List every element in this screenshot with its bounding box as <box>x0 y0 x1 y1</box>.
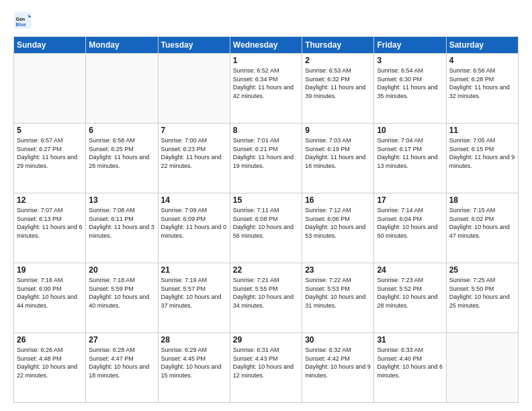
header: Gen Blue <box>13 11 519 30</box>
day-number: 20 <box>89 265 154 275</box>
day-info: Sunrise: 6:56 AM Sunset: 6:28 PM Dayligh… <box>449 66 515 100</box>
header-wednesday: Wednesday <box>230 37 302 54</box>
calendar-cell: 6Sunrise: 6:58 AM Sunset: 6:25 PM Daylig… <box>86 124 158 193</box>
day-number: 24 <box>377 265 443 275</box>
day-info: Sunrise: 7:18 AM Sunset: 5:59 PM Dayligh… <box>89 276 154 310</box>
calendar-cell: 2Sunrise: 6:53 AM Sunset: 6:32 PM Daylig… <box>302 54 374 124</box>
day-info: Sunrise: 7:04 AM Sunset: 6:17 PM Dayligh… <box>377 136 443 170</box>
calendar-cell: 10Sunrise: 7:04 AM Sunset: 6:17 PM Dayli… <box>374 124 446 193</box>
day-info: Sunrise: 7:16 AM Sunset: 6:00 PM Dayligh… <box>17 276 83 310</box>
day-number: 5 <box>17 126 83 135</box>
day-number: 17 <box>377 195 443 205</box>
calendar-cell: 15Sunrise: 7:11 AM Sunset: 6:08 PM Dayli… <box>230 193 302 263</box>
calendar-cell: 20Sunrise: 7:18 AM Sunset: 5:59 PM Dayli… <box>86 263 158 333</box>
day-number: 11 <box>449 126 515 135</box>
day-info: Sunrise: 6:58 AM Sunset: 6:25 PM Dayligh… <box>89 136 154 170</box>
day-number: 4 <box>449 56 515 65</box>
calendar-cell: 19Sunrise: 7:16 AM Sunset: 6:00 PM Dayli… <box>14 263 86 333</box>
svg-text:Gen: Gen <box>16 17 26 21</box>
day-info: Sunrise: 7:11 AM Sunset: 6:08 PM Dayligh… <box>233 206 299 240</box>
calendar-cell: 22Sunrise: 7:21 AM Sunset: 5:55 PM Dayli… <box>230 263 302 333</box>
calendar-cell: 31Sunrise: 6:33 AM Sunset: 4:40 PM Dayli… <box>374 333 446 403</box>
header-monday: Monday <box>86 37 158 54</box>
calendar-cell: 30Sunrise: 6:32 AM Sunset: 4:42 PM Dayli… <box>302 333 374 403</box>
day-info: Sunrise: 7:21 AM Sunset: 5:55 PM Dayligh… <box>233 276 299 310</box>
calendar-cell: 27Sunrise: 6:28 AM Sunset: 4:47 PM Dayli… <box>86 333 158 403</box>
calendar-table: Sunday Monday Tuesday Wednesday Thursday… <box>13 36 519 403</box>
day-info: Sunrise: 7:08 AM Sunset: 6:11 PM Dayligh… <box>89 206 154 240</box>
day-info: Sunrise: 6:31 AM Sunset: 4:43 PM Dayligh… <box>233 346 299 379</box>
day-number: 22 <box>233 265 299 275</box>
day-info: Sunrise: 6:28 AM Sunset: 4:47 PM Dayligh… <box>89 346 154 379</box>
calendar-cell: 29Sunrise: 6:31 AM Sunset: 4:43 PM Dayli… <box>230 333 302 403</box>
calendar-cell: 13Sunrise: 7:08 AM Sunset: 6:11 PM Dayli… <box>86 193 158 263</box>
day-info: Sunrise: 7:03 AM Sunset: 6:19 PM Dayligh… <box>305 136 371 170</box>
day-number: 30 <box>305 335 371 345</box>
day-info: Sunrise: 6:29 AM Sunset: 4:45 PM Dayligh… <box>161 346 227 379</box>
logo: Gen Blue <box>13 11 34 30</box>
calendar-cell: 9Sunrise: 7:03 AM Sunset: 6:19 PM Daylig… <box>302 124 374 193</box>
calendar-cell: 1Sunrise: 6:52 AM Sunset: 6:34 PM Daylig… <box>230 54 302 124</box>
header-saturday: Saturday <box>446 37 518 54</box>
day-info: Sunrise: 7:19 AM Sunset: 5:57 PM Dayligh… <box>161 276 227 310</box>
day-number: 15 <box>233 195 299 205</box>
day-number: 2 <box>305 56 371 65</box>
calendar-cell: 28Sunrise: 6:29 AM Sunset: 4:45 PM Dayli… <box>158 333 230 403</box>
day-number: 14 <box>161 195 227 205</box>
day-number: 19 <box>17 265 83 275</box>
day-info: Sunrise: 6:54 AM Sunset: 6:30 PM Dayligh… <box>377 66 443 100</box>
calendar-cell: 12Sunrise: 7:07 AM Sunset: 6:13 PM Dayli… <box>14 193 86 263</box>
day-number: 23 <box>305 265 371 275</box>
day-number: 6 <box>89 126 154 135</box>
header-friday: Friday <box>374 37 446 54</box>
calendar-cell <box>446 333 518 403</box>
day-number: 3 <box>377 56 443 65</box>
day-info: Sunrise: 6:33 AM Sunset: 4:40 PM Dayligh… <box>377 346 443 379</box>
day-info: Sunrise: 6:26 AM Sunset: 4:48 PM Dayligh… <box>17 346 83 379</box>
day-number: 27 <box>89 335 154 345</box>
day-info: Sunrise: 6:57 AM Sunset: 6:27 PM Dayligh… <box>17 136 83 170</box>
day-info: Sunrise: 7:09 AM Sunset: 6:09 PM Dayligh… <box>161 206 227 240</box>
calendar-cell: 24Sunrise: 7:23 AM Sunset: 5:52 PM Dayli… <box>374 263 446 333</box>
day-info: Sunrise: 7:14 AM Sunset: 6:04 PM Dayligh… <box>377 206 443 240</box>
calendar-cell: 7Sunrise: 7:00 AM Sunset: 6:23 PM Daylig… <box>158 124 230 193</box>
calendar-cell: 16Sunrise: 7:12 AM Sunset: 6:06 PM Dayli… <box>302 193 374 263</box>
day-info: Sunrise: 7:22 AM Sunset: 5:53 PM Dayligh… <box>305 276 371 310</box>
day-number: 26 <box>17 335 83 345</box>
day-info: Sunrise: 7:01 AM Sunset: 6:21 PM Dayligh… <box>233 136 299 170</box>
day-info: Sunrise: 7:07 AM Sunset: 6:13 PM Dayligh… <box>17 206 83 240</box>
svg-text:Blue: Blue <box>16 22 26 27</box>
calendar-cell: 11Sunrise: 7:05 AM Sunset: 6:15 PM Dayli… <box>446 124 518 193</box>
calendar-cell: 3Sunrise: 6:54 AM Sunset: 6:30 PM Daylig… <box>374 54 446 124</box>
day-info: Sunrise: 7:12 AM Sunset: 6:06 PM Dayligh… <box>305 206 371 240</box>
calendar-cell: 4Sunrise: 6:56 AM Sunset: 6:28 PM Daylig… <box>446 54 518 124</box>
day-number: 12 <box>17 195 83 205</box>
calendar-cell: 5Sunrise: 6:57 AM Sunset: 6:27 PM Daylig… <box>14 124 86 193</box>
header-sunday: Sunday <box>14 37 86 54</box>
day-info: Sunrise: 7:00 AM Sunset: 6:23 PM Dayligh… <box>161 136 227 170</box>
calendar-cell: 26Sunrise: 6:26 AM Sunset: 4:48 PM Dayli… <box>14 333 86 403</box>
calendar-cell: 8Sunrise: 7:01 AM Sunset: 6:21 PM Daylig… <box>230 124 302 193</box>
day-number: 1 <box>233 56 299 65</box>
day-info: Sunrise: 7:15 AM Sunset: 6:02 PM Dayligh… <box>449 206 515 240</box>
day-info: Sunrise: 6:32 AM Sunset: 4:42 PM Dayligh… <box>305 346 371 379</box>
logo-icon: Gen Blue <box>13 11 32 30</box>
header-thursday: Thursday <box>302 37 374 54</box>
calendar-cell: 17Sunrise: 7:14 AM Sunset: 6:04 PM Dayli… <box>374 193 446 263</box>
day-info: Sunrise: 7:25 AM Sunset: 5:50 PM Dayligh… <box>449 276 515 310</box>
day-number: 21 <box>161 265 227 275</box>
day-info: Sunrise: 7:23 AM Sunset: 5:52 PM Dayligh… <box>377 276 443 310</box>
calendar-cell: 21Sunrise: 7:19 AM Sunset: 5:57 PM Dayli… <box>158 263 230 333</box>
day-info: Sunrise: 6:52 AM Sunset: 6:34 PM Dayligh… <box>233 66 299 100</box>
day-info: Sunrise: 7:05 AM Sunset: 6:15 PM Dayligh… <box>449 136 515 170</box>
day-number: 9 <box>305 126 371 135</box>
calendar-cell <box>14 54 86 124</box>
day-number: 16 <box>305 195 371 205</box>
day-number: 29 <box>233 335 299 345</box>
calendar-cell <box>86 54 158 124</box>
calendar-cell: 23Sunrise: 7:22 AM Sunset: 5:53 PM Dayli… <box>302 263 374 333</box>
day-number: 8 <box>233 126 299 135</box>
header-tuesday: Tuesday <box>158 37 230 54</box>
day-number: 13 <box>89 195 154 205</box>
day-number: 7 <box>161 126 227 135</box>
